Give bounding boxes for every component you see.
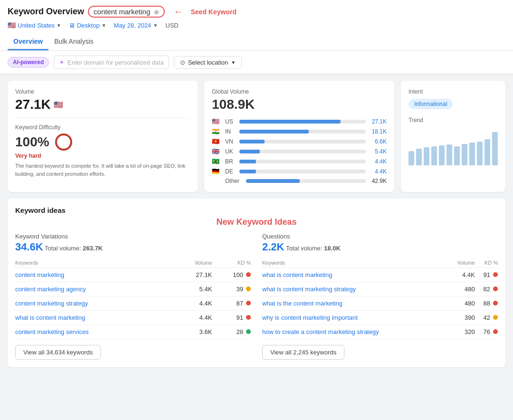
bar-fill — [246, 179, 300, 183]
header-meta: 🇺🇸 United States ▼ 🖥 Desktop ▼ May 28, 2… — [8, 21, 505, 29]
kd-circle — [55, 134, 72, 151]
device-icon: 🖥 — [69, 22, 75, 29]
keyword-link[interactable]: why is content marketing important — [262, 311, 447, 325]
kw-kd: 88 — [475, 296, 498, 311]
keyword-link[interactable]: content marketing agency — [15, 282, 174, 296]
location-label: Select location — [188, 59, 228, 66]
kw-kd: 39 — [212, 282, 251, 296]
keyword-link[interactable]: content marketing services — [15, 325, 174, 339]
currency: USD — [165, 22, 178, 29]
country-row: 🇧🇷 BR 4.4K — [212, 158, 387, 165]
tab-bulk-analysis[interactable]: Bulk Analysis — [48, 34, 99, 50]
questions-total: Total volume: 18.0K — [286, 245, 341, 252]
kw-volume: 4.4K — [447, 268, 475, 282]
keyword-link[interactable]: what is the content marketing — [262, 296, 447, 311]
bar-bg — [246, 179, 366, 183]
global-volume-label: Global Volume — [212, 88, 387, 95]
country-flag: 🇩🇪 — [212, 168, 221, 175]
variations-count-row: 34.6K Total volume: 263.7K — [15, 241, 251, 253]
kw-kd: 82 — [475, 282, 498, 296]
date-selector[interactable]: May 28, 2024 ▼ — [114, 22, 158, 29]
bar-bg — [239, 120, 366, 124]
kd-dot — [246, 329, 251, 334]
q-col-kd: KD % — [475, 258, 498, 268]
keyword-link[interactable]: what is content marketing — [262, 268, 447, 282]
device-name: Desktop — [77, 22, 100, 29]
country-code: IN — [225, 128, 236, 135]
keyword-link[interactable]: what is content marketing strategy — [262, 282, 447, 296]
kd-dot — [246, 286, 251, 291]
country-value: 42.9K — [370, 178, 387, 184]
kw-kd: 91 — [212, 311, 251, 325]
location-icon: ⊙ — [180, 59, 185, 66]
kd-percentage: 100% — [15, 134, 49, 150]
volume-flag: 🇺🇸 — [54, 100, 63, 109]
kw-volume: 390 — [447, 311, 475, 325]
questions-count: 2.2K — [262, 241, 284, 253]
bar-fill — [239, 170, 256, 173]
questions-count-row: 2.2K Total volume: 18.0K — [262, 241, 498, 253]
keyword-link[interactable]: how to create a content marketing strate… — [262, 325, 447, 339]
variations-table: Keywords Volume KD % content marketing 2… — [15, 258, 251, 339]
kd-circle-inner — [61, 139, 66, 145]
country-rows: 🇺🇸 US 27.1K 🇮🇳 IN 18.1K 🇻🇳 VN 6.6K 🇬🇧 UK — [212, 118, 387, 184]
tab-overview[interactable]: Overview — [8, 34, 48, 50]
kw-volume: 27.1K — [174, 268, 212, 282]
page: Keyword Overview content marketing ⊕ ← S… — [0, 0, 513, 374]
table-row: what is the content marketing 480 88 — [262, 296, 498, 311]
trend-bar — [424, 147, 429, 165]
kw-volume: 480 — [447, 296, 475, 311]
date-chevron: ▼ — [153, 23, 158, 28]
trend-section: Trend — [408, 117, 498, 165]
variations-col: Keyword Variations 34.6K Total volume: 2… — [15, 233, 251, 360]
country-row: 🇻🇳 VN 6.6K — [212, 138, 387, 145]
country-flag: 🇬🇧 — [212, 148, 221, 155]
main-content: Volume 27.1K 🇺🇸 Keyword Difficulty 100% … — [0, 74, 513, 374]
trend-bar — [439, 145, 445, 165]
intent-trend-card: Intent Informational Trend — [401, 81, 505, 192]
keyword-link[interactable]: content marketing — [15, 268, 174, 282]
keyword-link[interactable]: content marketing strategy — [15, 296, 174, 311]
tabs: Overview Bulk Analysis — [8, 34, 505, 50]
country-selector[interactable]: 🇺🇸 United States ▼ — [8, 21, 61, 29]
view-all-variations-btn[interactable]: View all 34,634 keywords — [15, 345, 101, 360]
country-flag: 🇺🇸 — [212, 118, 221, 125]
ideas-grid: Keyword Variations 34.6K Total volume: 2… — [15, 233, 498, 360]
view-all-questions-btn[interactable]: View all 2,245 keywords — [262, 345, 344, 360]
trend-bar — [431, 146, 437, 165]
bar-fill — [239, 160, 256, 163]
kd-dot — [246, 301, 251, 305]
domain-input[interactable]: ✦ Enter domain for personalized data — [54, 56, 169, 69]
annotation: New Keyword Ideas — [15, 217, 498, 227]
kd-dot — [493, 329, 498, 334]
kd-label: Keyword Difficulty — [15, 124, 190, 131]
table-row: what is content marketing 4.4K 91 — [262, 268, 498, 282]
volume-value: 27.1K 🇺🇸 — [15, 97, 190, 112]
cards-row: Volume 27.1K 🇺🇸 Keyword Difficulty 100% … — [8, 81, 505, 192]
device-chevron: ▼ — [102, 23, 106, 28]
kd-dot — [493, 286, 498, 291]
keyword-link[interactable]: what is content marketing — [15, 311, 174, 325]
variations-total: Total volume: 263.7K — [45, 245, 103, 252]
country-code: Other — [225, 178, 242, 184]
q-col-keywords: Keywords — [262, 258, 447, 268]
keyword-ideas-title: Keyword ideas — [15, 206, 498, 214]
location-selector[interactable]: ⊙ Select location ▼ — [174, 56, 242, 69]
country-value: 4.4K — [370, 158, 387, 165]
domain-placeholder: Enter domain for personalized data — [67, 59, 163, 66]
intent-section: Intent Informational — [408, 88, 498, 109]
country-code: DE — [225, 168, 236, 175]
ai-badge: AI-powered — [8, 57, 49, 67]
bar-bg — [239, 140, 366, 143]
table-row: why is content marketing important 390 4… — [262, 311, 498, 325]
country-chevron: ▼ — [57, 23, 61, 28]
kd-description: The hardest keyword to compete for. It w… — [15, 162, 190, 178]
seed-keyword-label: Seed Keyword — [190, 8, 236, 16]
country-code: UK — [225, 148, 236, 155]
trend-bar — [408, 151, 414, 165]
q-col-volume: Volume — [447, 258, 475, 268]
table-row: content marketing services 3.6K 28 — [15, 325, 251, 339]
kd-dot — [246, 272, 251, 277]
device-selector[interactable]: 🖥 Desktop ▼ — [69, 22, 106, 29]
date-value: May 28, 2024 — [114, 22, 152, 29]
